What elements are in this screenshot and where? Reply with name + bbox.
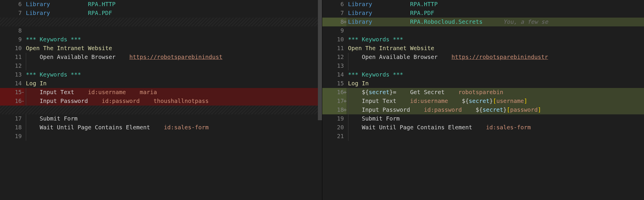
code-line[interactable]	[0, 18, 322, 26]
code-line[interactable]: 19 Submit Form	[322, 114, 644, 123]
diff-pane-modified[interactable]: 6Library RPA.HTTP7Library RPA.PDF8+Libra…	[322, 0, 644, 200]
line-number: 11	[322, 44, 346, 53]
code-content[interactable]: Submit Form	[346, 114, 644, 123]
code-content[interactable]	[24, 62, 322, 70]
line-number: 10	[0, 44, 24, 53]
code-line[interactable]	[0, 106, 322, 114]
code-line[interactable]: 19	[0, 132, 322, 141]
code-line[interactable]: 15Log In	[322, 79, 644, 88]
code-content[interactable]: Input Password id:password ${secret}[pas…	[346, 106, 644, 114]
line-number: 17	[0, 114, 24, 123]
code-line[interactable]: 16- Input Password id:password thoushall…	[0, 97, 322, 106]
code-line[interactable]: 7Library RPA.PDF	[322, 9, 644, 18]
line-number: 19	[322, 114, 346, 123]
code-content[interactable]: Open The Intranet Website	[346, 44, 644, 53]
code-content[interactable]	[346, 62, 644, 70]
code-line[interactable]: 11Open The Intranet Website	[322, 44, 644, 53]
code-line[interactable]: 17+ Input Text id:username ${secret}[use…	[322, 97, 644, 106]
code-content[interactable]	[24, 132, 322, 141]
line-number	[0, 106, 24, 114]
code-line[interactable]: 10*** Keywords ***	[322, 35, 644, 44]
code-content[interactable]	[346, 132, 644, 141]
code-content[interactable]	[346, 26, 644, 35]
indent-guide	[26, 88, 26, 97]
code-line[interactable]: 9*** Keywords ***	[0, 35, 322, 44]
code-content[interactable]: Open Available Browser https://robotspar…	[24, 53, 322, 62]
code-content[interactable]: Open Available Browser https://robotspar…	[346, 53, 644, 62]
line-number: 6	[0, 0, 24, 9]
code-content[interactable]	[24, 106, 322, 114]
code-content[interactable]: Input Text id:username ${secret}[usernam…	[346, 97, 644, 106]
code-content[interactable]: Submit Form	[24, 114, 322, 123]
code-line[interactable]: 7Library RPA.PDF	[0, 9, 322, 18]
code-line[interactable]: 16+ ${secret}= Get Secret robotsparebin	[322, 88, 644, 97]
indent-guide	[348, 88, 348, 97]
code-line[interactable]: 17 Submit Form	[0, 114, 322, 123]
line-number: 14	[322, 70, 346, 79]
diff-pane-original[interactable]: 6Library RPA.HTTP7Library RPA.PDF89*** K…	[0, 0, 322, 200]
code-line[interactable]: 15- Input Text id:username maria	[0, 88, 322, 97]
line-number: 7	[322, 9, 346, 18]
line-number: 8	[0, 26, 24, 35]
line-number: 20	[322, 123, 346, 132]
code-content[interactable]: Wait Until Page Contains Element id:sale…	[346, 123, 644, 132]
indent-guide	[348, 132, 348, 141]
code-line[interactable]: 6Library RPA.HTTP	[0, 0, 322, 9]
code-content[interactable]: Input Password id:password thoushallnotp…	[24, 97, 322, 106]
git-blame-annotation: You, a few se	[503, 18, 548, 25]
line-number: 15	[322, 79, 346, 88]
line-number: 13	[322, 62, 346, 70]
line-number: 11	[0, 53, 24, 62]
code-line[interactable]: 8+Library RPA.Robocloud.Secrets You, a f…	[322, 18, 644, 26]
code-line[interactable]: 14Log In	[0, 79, 322, 88]
indent-guide	[26, 114, 26, 123]
scrollbar-thumb[interactable]	[318, 0, 322, 120]
code-content[interactable]: Wait Until Page Contains Element id:sale…	[24, 123, 322, 132]
line-number: 13	[0, 70, 24, 79]
indent-guide	[348, 53, 348, 62]
code-content[interactable]: Library RPA.HTTP	[24, 0, 322, 9]
code-content[interactable]	[24, 18, 322, 26]
code-line[interactable]: 21	[322, 132, 644, 141]
code-content[interactable]: *** Keywords ***	[24, 70, 322, 79]
code-content[interactable]: Library RPA.PDF	[346, 9, 644, 18]
code-content[interactable]: *** Keywords ***	[346, 70, 644, 79]
code-content[interactable]	[24, 26, 322, 35]
diff-add-marker: +	[343, 106, 346, 114]
code-line[interactable]: 8	[0, 26, 322, 35]
code-line[interactable]: 18+ Input Password id:password ${secret}…	[322, 106, 644, 114]
code-line[interactable]: 18 Wait Until Page Contains Element id:s…	[0, 123, 322, 132]
code-content[interactable]: *** Keywords ***	[346, 35, 644, 44]
code-content[interactable]: Log In	[346, 79, 644, 88]
code-content[interactable]: Library RPA.HTTP	[346, 0, 644, 9]
line-number: 8+	[322, 18, 346, 26]
url-link[interactable]: https://robotsparebinindust	[129, 54, 222, 60]
code-line[interactable]: 13*** Keywords ***	[0, 70, 322, 79]
code-line[interactable]: 12	[0, 62, 322, 70]
code-content[interactable]: ${secret}= Get Secret robotsparebin	[346, 88, 644, 97]
code-content[interactable]: Open The Intranet Website	[24, 44, 322, 53]
diff-add-marker: +	[343, 88, 346, 97]
indent-guide	[26, 62, 26, 70]
code-line[interactable]: 9	[322, 26, 644, 35]
scrollbar[interactable]	[318, 0, 322, 200]
code-content[interactable]: Log In	[24, 79, 322, 88]
code-line[interactable]: 20 Wait Until Page Contains Element id:s…	[322, 123, 644, 132]
code-line[interactable]: 6Library RPA.HTTP	[322, 0, 644, 9]
code-line[interactable]: 10Open The Intranet Website	[0, 44, 322, 53]
indent-guide	[26, 123, 26, 132]
code-content[interactable]: Library RPA.Robocloud.Secrets You, a few…	[346, 18, 644, 26]
code-content[interactable]: Input Text id:username maria	[24, 88, 322, 97]
line-number: 18+	[322, 106, 346, 114]
code-line[interactable]: 14*** Keywords ***	[322, 70, 644, 79]
line-number: 9	[322, 26, 346, 35]
code-content[interactable]: Library RPA.PDF	[24, 9, 322, 18]
url-link[interactable]: https://robotsparebinindustr	[452, 54, 548, 60]
line-number: 14	[0, 79, 24, 88]
line-number: 19	[0, 132, 24, 141]
code-line[interactable]: 12 Open Available Browser https://robots…	[322, 53, 644, 62]
indent-guide	[348, 97, 348, 106]
code-line[interactable]: 13	[322, 62, 644, 70]
code-content[interactable]: *** Keywords ***	[24, 35, 322, 44]
code-line[interactable]: 11 Open Available Browser https://robots…	[0, 53, 322, 62]
